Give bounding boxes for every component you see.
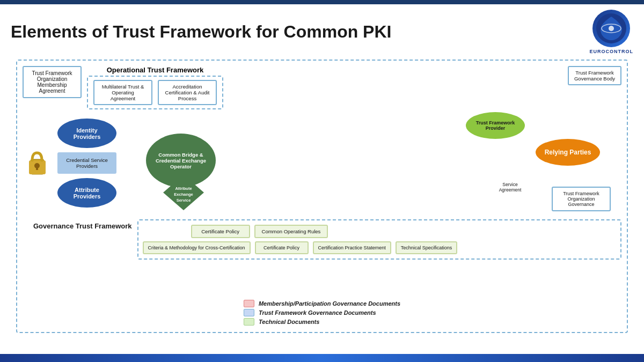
gov-bottom-row: Criteria & Methodology for Cross-Certifi… <box>143 241 616 254</box>
certificate-policy-bottom-box: Certificate Policy <box>255 241 309 254</box>
gov-top-row: Certificate Policy Common Operating Rule… <box>191 225 616 238</box>
legend-technical: Technical Documents <box>244 318 400 326</box>
attribute-exchange-diamond: Attribute Exchange Service <box>162 174 205 211</box>
logo-area: EUROCONTROL <box>590 10 634 54</box>
relying-parties-ellipse: Relying Parties <box>536 139 600 166</box>
svg-text:Service: Service <box>177 198 191 203</box>
governance-trust-framework-label: Governance Trust Framework <box>33 222 132 231</box>
header-bar <box>0 0 644 4</box>
common-operating-rules-box: Common Operating Rules <box>254 225 328 238</box>
legend-membership-label: Membership/Participation Governance Docu… <box>259 300 400 307</box>
accreditation-box: Accreditation Certification & Audit Proc… <box>158 80 217 105</box>
trust-framework-org-box: Trust Framework Organization Membership … <box>23 66 82 98</box>
svg-rect-6 <box>36 166 38 170</box>
legend-trust-label: Trust Framework Governance Documents <box>259 309 376 316</box>
eurocontrol-logo <box>592 10 630 47</box>
legend-membership: Membership/Participation Governance Docu… <box>244 300 400 307</box>
legend-blue-box <box>244 309 254 316</box>
trust-framework-provider: Trust Framework Provider <box>466 112 525 139</box>
identity-providers-ellipse: Identity Providers <box>57 119 116 148</box>
op-inner-container: Multilateral Trust & Operating Agreement… <box>87 76 223 109</box>
certification-practice-box: Certification Practice Statement <box>313 241 391 254</box>
center-diagram: Trust Framework Provider Common Bridge &… <box>125 112 621 214</box>
page-title: Elements of Trust Framework for Common P… <box>11 22 391 42</box>
service-agreement-label: Service Agreement <box>493 182 528 193</box>
bottom-section: Governance Trust Framework Certificate P… <box>23 219 621 260</box>
multilateral-box: Multilateral Trust & Operating Agreement <box>93 80 152 105</box>
governance-boxes-container: Certificate Policy Common Operating Rule… <box>137 219 621 260</box>
svg-text:Attribute: Attribute <box>175 186 192 191</box>
attribute-providers-ellipse: Attribute Providers <box>57 178 116 208</box>
legend-pink-box <box>244 300 254 307</box>
svg-text:Exchange: Exchange <box>174 192 193 197</box>
legend: Membership/Participation Governance Docu… <box>244 300 400 326</box>
operational-label: Operational Trust Framework <box>107 66 204 74</box>
certificate-policy-top-box: Certificate Policy <box>191 225 250 238</box>
svg-point-2 <box>609 26 614 31</box>
legend-green-box <box>244 318 254 326</box>
title-area: Elements of Trust Framework for Common P… <box>0 4 644 57</box>
logo-text: EUROCONTROL <box>590 49 634 54</box>
credential-service-box: Credential Service Providers <box>57 152 116 174</box>
left-ellipses: Identity Providers Credential Service Pr… <box>57 119 116 208</box>
governance-body-box: Trust Framework Governance Body <box>568 66 621 85</box>
trust-framework-org-governance: Trust Framework Organization Governance <box>552 187 611 211</box>
technical-specifications-box: Technical Specifications <box>396 241 458 254</box>
criteria-methodology-box: Criteria & Methodology for Cross-Certifi… <box>143 241 251 254</box>
legend-technical-label: Technical Documents <box>259 319 319 325</box>
outer-container: Trust Framework Organization Membership … <box>16 60 628 333</box>
bottom-footer <box>0 354 644 362</box>
governance-label: Governance Trust Framework <box>33 222 132 231</box>
main-content: Trust Framework Organization Membership … <box>0 57 644 336</box>
lock-icon <box>23 149 52 178</box>
legend-trust-framework: Trust Framework Governance Documents <box>244 309 400 316</box>
